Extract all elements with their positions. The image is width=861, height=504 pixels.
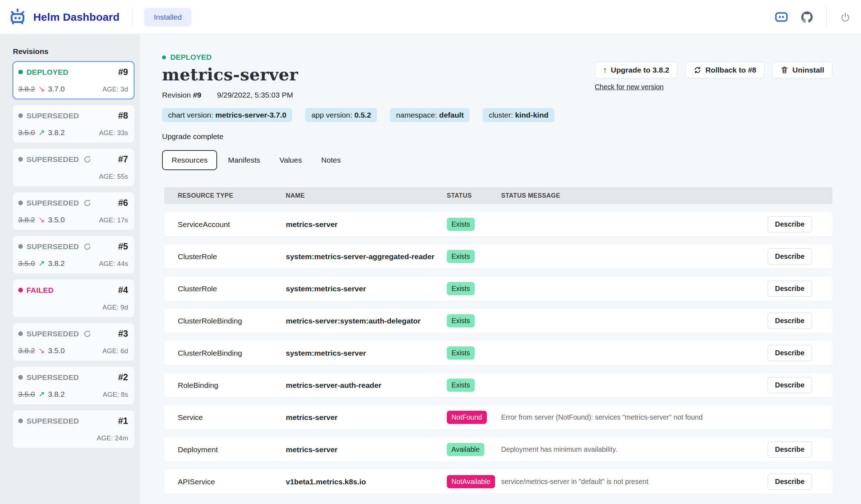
revision-status-dot-icon: [18, 288, 23, 292]
release-detail: DEPLOYED metrics-server Revision #9 9/29…: [140, 34, 861, 504]
reload-icon: [83, 243, 91, 251]
revision-status-dot-icon: [18, 70, 23, 74]
power-icon[interactable]: [840, 12, 850, 22]
rollback-button[interactable]: Rollback to #8: [685, 62, 764, 78]
revision-age: AGE: 33s: [99, 129, 128, 137]
old-version: 3.5.0: [18, 390, 35, 399]
revision-card[interactable]: SUPERSEDED #8 3.5.0 ↗ 3.8.2 AGE: 33s: [13, 105, 134, 143]
revision-age: AGE: 24m: [97, 434, 128, 442]
version-arrow-icon: ↗: [38, 390, 45, 398]
table-row: ServiceAccount metrics-server Exists Des…: [164, 212, 832, 236]
release-actions: ↑ Upgrade to 3.8.2 Rollback to: [595, 62, 832, 91]
header-status: STATUS: [447, 192, 501, 199]
version-arrow-icon: ↘: [38, 85, 45, 93]
status-message: service/metrics-server in "default" is n…: [501, 478, 757, 486]
revision-card[interactable]: SUPERSEDED #7 AGE: 55s: [13, 148, 134, 187]
release-info-badge: chart version: metrics-server-3.7.0: [162, 108, 292, 122]
helm-dashboard-logo-icon: [8, 7, 27, 28]
revision-status-dot-icon: [18, 244, 23, 249]
version-change: 3.8.2 ↘ 3.5.0: [18, 216, 65, 224]
new-version: 3.8.2: [48, 390, 65, 399]
describe-button[interactable]: Describe: [768, 313, 812, 329]
describe-button[interactable]: Describe: [768, 248, 812, 265]
uninstall-button[interactable]: Uninstall: [772, 62, 832, 78]
revision-status-label: SUPERSEDED: [26, 242, 79, 251]
robot-icon[interactable]: [775, 12, 788, 22]
helm-dashboard-app: Helm Dashboard Installed: [0, 0, 861, 504]
tab-manifests[interactable]: Manifests: [218, 150, 270, 170]
revision-label: Revision #9: [162, 91, 201, 99]
resource-name: system:metrics-server-aggregated-reader: [286, 252, 447, 261]
version-arrow-icon: ↗: [38, 129, 45, 137]
version-arrow-icon: ↘: [38, 347, 45, 355]
describe-button[interactable]: Describe: [768, 377, 812, 393]
header-resource-type: RESOURCE TYPE: [164, 192, 286, 199]
header-status-message: STATUS MESSAGE: [501, 192, 757, 199]
revision-card[interactable]: SUPERSEDED #1 AGE: 24m: [13, 410, 134, 448]
new-version: 3.5.0: [48, 216, 65, 224]
describe-button[interactable]: Describe: [768, 216, 812, 232]
version-change: 3.8.2 ↘ 3.5.0: [18, 346, 65, 355]
status-badge: Exists: [447, 250, 475, 263]
trash-icon: [781, 66, 788, 74]
revision-status-label: SUPERSEDED: [26, 417, 79, 425]
resource-type: ServiceAccount: [164, 220, 286, 229]
resource-type: ClusterRole: [164, 252, 286, 261]
header-name: NAME: [286, 192, 447, 199]
resource-type: ClusterRoleBinding: [164, 317, 286, 325]
describe-button[interactable]: Describe: [768, 441, 812, 458]
version-change: 3.5.0 ↗ 3.8.2: [18, 390, 65, 399]
describe-button[interactable]: Describe: [768, 281, 812, 297]
revision-number: #8: [118, 110, 128, 121]
table-body: ServiceAccount metrics-server Exists Des…: [164, 212, 832, 494]
revision-status-dot-icon: [18, 375, 23, 380]
old-version: 3.8.2: [18, 85, 35, 93]
table-row: APIService v1beta1.metrics.k8s.io NotAva…: [164, 470, 832, 494]
revision-number: #1: [118, 416, 128, 426]
brand: Helm Dashboard: [0, 7, 132, 28]
status-dot-icon: [162, 55, 166, 59]
tab-resources[interactable]: Resources: [162, 150, 217, 170]
release-info-badge: cluster: kind-kind: [483, 108, 554, 122]
table-row: RoleBinding metrics-server-auth-reader E…: [164, 373, 832, 397]
version-change: 3.8.2 ↘ 3.7.0: [18, 85, 65, 93]
revision-status-label: SUPERSEDED: [26, 155, 79, 164]
header-icons: [775, 8, 861, 27]
top-bar: Helm Dashboard Installed: [0, 0, 861, 34]
resource-name: system:metrics-server: [286, 285, 447, 293]
table-header-row: RESOURCE TYPE NAME STATUS STATUS MESSAGE: [164, 187, 832, 204]
revision-card[interactable]: SUPERSEDED #2 3.5.0 ↗ 3.8.2 AGE: 8s: [13, 366, 134, 405]
revisions-title: Revisions: [13, 47, 139, 56]
upgrade-button[interactable]: ↑ Upgrade to 3.8.2: [595, 62, 677, 78]
status-badge: Exists: [447, 379, 475, 392]
old-version: 3.5.0: [18, 259, 35, 268]
release-date: 9/29/2022, 5:35:03 PM: [217, 91, 293, 99]
nav-installed[interactable]: Installed: [144, 8, 191, 26]
resource-name: metrics-server: [286, 445, 447, 454]
resource-type: Service: [164, 413, 286, 422]
revision-age: AGE: 8s: [103, 391, 128, 399]
revision-line: Revision #9 9/29/2022, 5:35:03 PM: [162, 91, 832, 99]
table-row: ClusterRole system:metrics-server Exists…: [164, 277, 832, 301]
revision-status-dot-icon: [18, 419, 23, 423]
revision-card[interactable]: FAILED #4 AGE: 9d: [13, 279, 134, 317]
tab-values[interactable]: Values: [270, 150, 312, 170]
check-new-version-link[interactable]: Check for new version: [595, 83, 664, 91]
revision-card[interactable]: SUPERSEDED #6 3.8.2 ↘ 3.5.0 AGE: 17s: [13, 192, 134, 230]
github-icon[interactable]: [801, 11, 813, 23]
revision-status-dot-icon: [18, 113, 23, 118]
tab-notes[interactable]: Notes: [312, 150, 351, 170]
version-arrow-icon: ↘: [38, 216, 45, 224]
reload-icon: [83, 155, 91, 163]
old-version: 3.8.2: [18, 346, 35, 355]
revision-card[interactable]: SUPERSEDED #3 3.8.2 ↘ 3.5.0 AGE: 6d: [13, 323, 134, 361]
describe-button[interactable]: Describe: [768, 474, 812, 490]
describe-button[interactable]: Describe: [768, 345, 812, 361]
version-change: 3.5.0 ↗ 3.8.2: [18, 128, 65, 137]
revision-status-label: SUPERSEDED: [26, 199, 79, 207]
revision-card[interactable]: SUPERSEDED #5 3.5.0 ↗ 3.8.2 AGE: 44s: [13, 236, 134, 274]
revision-age: AGE: 9d: [102, 303, 128, 311]
status-badge: Exists: [447, 314, 475, 327]
revision-card[interactable]: DEPLOYED #9 3.8.2 ↘ 3.7.0 AGE: 3d: [13, 61, 134, 99]
revision-number: #7: [118, 154, 128, 164]
